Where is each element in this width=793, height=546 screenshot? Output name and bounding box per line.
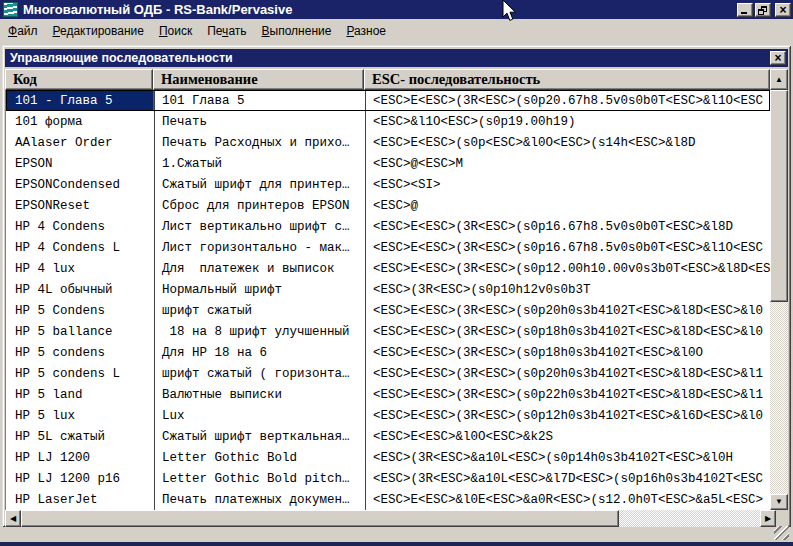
row-name-cell: 1.Сжатый — [154, 153, 365, 174]
vscroll-up-button[interactable]: ▲ — [770, 69, 788, 90]
minimize-button[interactable] — [737, 3, 753, 17]
application-window: Многовалютный ОДБ - RS-Bank/Pervasive × … — [0, 0, 793, 546]
table-row[interactable]: HP 5 condens Для HP 18 на 6 <ESC>E<ESC>(… — [6, 342, 770, 363]
table-row[interactable]: HP 5 lux Lux <ESC>E<ESC>(3R<ESC>(s0p12h0… — [6, 405, 770, 426]
control-sequences-dialog: Управляющие последовательности × Код Наи… — [2, 45, 791, 527]
horizontal-scrollbar: ◀ ▶ — [5, 510, 788, 527]
row-code-cell: EPSONReset — [6, 195, 154, 216]
vscroll-down-button[interactable]: ▼ — [770, 494, 788, 510]
row-code-cell: HP 5 Condens — [6, 300, 154, 321]
hscroll-right-button[interactable]: ▶ — [760, 510, 776, 527]
row-code-cell: HP 5L сжатый — [6, 426, 154, 447]
table-header-row: Код Наименование ESC- последовательность… — [5, 69, 788, 90]
minimize-icon — [741, 12, 747, 14]
row-esc-cell: <ESC>E<ESC>(s0p<ESC>&l0O<ESC>(s14h<ESC>&… — [365, 132, 770, 153]
row-name-cell: шрифт сжатый ( горизонта… — [154, 363, 365, 384]
table-row[interactable]: HP 5 Condens шрифт сжатый <ESC>E<ESC>(3R… — [6, 300, 770, 321]
row-code-cell: AAlaser Order — [6, 132, 154, 153]
row-esc-cell: <ESC>E<ESC>&l0E<ESC>&a0R<ESC>(s12.0h0T<E… — [365, 489, 770, 510]
column-header-code[interactable]: Код — [5, 69, 153, 90]
hscroll-left-button[interactable]: ◀ — [5, 510, 21, 527]
table-row[interactable]: HP 4 Condens Лист вертикально шрифт с… <… — [6, 216, 770, 237]
row-code-cell: HP 5 condens L — [6, 363, 154, 384]
menu-item-3[interactable]: Печать — [201, 22, 252, 40]
vscroll-thumb[interactable] — [770, 90, 788, 302]
hscroll-track[interactable] — [619, 510, 760, 527]
table-row[interactable]: HP LaserJet Печать платежных докумен… <E… — [6, 489, 770, 510]
table-row[interactable]: HP 5 condens L шрифт сжатый ( горизонта…… — [6, 363, 770, 384]
table-row[interactable]: HP LJ 1200 Letter Gothic Bold <ESC>(3R<E… — [6, 447, 770, 468]
row-code-cell: HP LJ 1200 p16 — [6, 468, 154, 489]
row-code-cell: EPSONCondensed — [6, 174, 154, 195]
row-name-cell: 18 на 8 шрифт улучшенный — [154, 321, 365, 342]
row-code-cell: HP 5 land — [6, 384, 154, 405]
row-code-cell: 101 форма — [6, 111, 154, 132]
row-name-cell: Валютные выписки — [154, 384, 365, 405]
row-code-cell: HP 5 lux — [6, 405, 154, 426]
arrow-right-icon: ▶ — [765, 515, 771, 523]
row-name-cell: Letter Gothic Bold pitch… — [154, 468, 365, 489]
window-controls: × — [735, 3, 791, 17]
row-name-cell: Letter Gothic Bold — [154, 447, 365, 468]
table-row[interactable]: HP 5L сжатый Сжатый шрифт верткальная… <… — [6, 426, 770, 447]
row-code-cell: HP LaserJet — [6, 489, 154, 510]
table-row[interactable]: 101 - Глава 5 101 Глава 5 <ESC>E<ESC>(3R… — [6, 90, 770, 111]
table-row[interactable]: HP 4L обычный Нормальный шрифт <ESC>(3R<… — [6, 279, 770, 300]
row-code-cell: HP LJ 1200 — [6, 447, 154, 468]
row-esc-cell: <ESC>E<ESC>(3R<ESC>(s0p16.67h8.5v0s0b0T<… — [365, 216, 770, 237]
table-row[interactable]: HP 4 lux Для платежек и выписок <ESC>E<E… — [6, 258, 770, 279]
column-header-esc[interactable]: ESC- последовательность — [364, 69, 770, 90]
menu-item-2[interactable]: Поиск — [153, 22, 198, 40]
scrollbar-corner — [776, 510, 788, 527]
dialog-close-button[interactable]: × — [770, 51, 786, 65]
restore-button[interactable] — [755, 3, 771, 17]
row-name-cell: Сжатый шрифт верткальная… — [154, 426, 365, 447]
vscroll-track[interactable] — [770, 302, 788, 494]
app-logo-icon — [3, 2, 18, 17]
table-row[interactable]: HP LJ 1200 p16 Letter Gothic Bold pitch…… — [6, 468, 770, 489]
window-bottom-edge — [0, 542, 793, 546]
row-name-cell: 101 Глава 5 — [154, 90, 365, 111]
close-button[interactable]: × — [775, 3, 791, 17]
hscroll-thumb[interactable] — [21, 510, 619, 527]
table-row[interactable]: HP 5 land Валютные выписки <ESC>E<ESC>(3… — [6, 384, 770, 405]
dialog-title: Управляющие последовательности — [10, 51, 770, 65]
sequences-table: Код Наименование ESC- последовательность… — [5, 69, 788, 527]
row-name-cell: Lux — [154, 405, 365, 426]
app-title: Многовалютный ОДБ - RS-Bank/Pervasive — [23, 2, 292, 17]
row-code-cell: 101 - Глава 5 — [6, 90, 154, 111]
row-esc-cell: <ESC>E<ESC>(3R<ESC>(s0p18h0s3b4102T<ESC>… — [365, 342, 770, 363]
table-row[interactable]: EPSONCondensed Сжатый шрифт для принтер…… — [6, 174, 770, 195]
arrow-left-icon: ◀ — [10, 515, 16, 523]
row-code-cell: HP 5 condens — [6, 342, 154, 363]
dialog-titlebar[interactable]: Управляющие последовательности × — [5, 49, 788, 67]
close-icon: × — [776, 3, 790, 17]
row-esc-cell: <ESC>E<ESC>&l0O<ESC>&k2S — [365, 426, 770, 447]
column-header-name[interactable]: Наименование — [153, 69, 364, 90]
row-esc-cell: <ESC>E<ESC>(3R<ESC>(s0p18h0s3b4102T<ESC>… — [365, 321, 770, 342]
table-row[interactable]: HP 4 Condens L Лист горизонтально - мак…… — [6, 237, 770, 258]
row-esc-cell: <ESC>E<ESC>(3R<ESC>(s0p20.67h8.5v0s0b0T<… — [365, 90, 770, 111]
table-row[interactable]: AAlaser Order Печать Расходных и прихо… … — [6, 132, 770, 153]
row-code-cell: EPSON — [6, 153, 154, 174]
row-esc-cell: <ESC>E<ESC>(3R<ESC>(s0p20h0s3b4102T<ESC>… — [365, 300, 770, 321]
app-titlebar[interactable]: Многовалютный ОДБ - RS-Bank/Pervasive × — [0, 0, 793, 19]
row-code-cell: HP 4 Condens L — [6, 237, 154, 258]
row-code-cell: HP 5 ballance — [6, 321, 154, 342]
menu-item-5[interactable]: Разное — [340, 22, 392, 40]
row-esc-cell: <ESC>(3R<ESC>&a10L<ESC>(s0p14h0s3b4102T<… — [365, 447, 770, 468]
row-esc-cell: <ESC><SI> — [365, 174, 770, 195]
row-esc-cell: <ESC>(3R<ESC>&a10L<ESC>&l7D<ESC>(s0p16h0… — [365, 468, 770, 489]
row-esc-cell: <ESC>@<ESC>M — [365, 153, 770, 174]
row-name-cell: Сброс для принтеров EPSON — [154, 195, 365, 216]
row-name-cell: шрифт сжатый — [154, 300, 365, 321]
resize-grip[interactable] — [774, 526, 789, 540]
table-row[interactable]: 101 форма Печать <ESC>&l1O<ESC>(s0p19.00… — [6, 111, 770, 132]
row-name-cell: Печать — [154, 111, 365, 132]
table-row[interactable]: EPSON 1.Сжатый <ESC>@<ESC>M — [6, 153, 770, 174]
table-row[interactable]: EPSONReset Сброс для принтеров EPSON <ES… — [6, 195, 770, 216]
menu-item-4[interactable]: Выполнение — [256, 22, 338, 40]
table-row[interactable]: HP 5 ballance 18 на 8 шрифт улучшенный <… — [6, 321, 770, 342]
menu-item-1[interactable]: Редактирование — [47, 22, 150, 40]
menu-item-0[interactable]: Файл — [2, 22, 44, 40]
